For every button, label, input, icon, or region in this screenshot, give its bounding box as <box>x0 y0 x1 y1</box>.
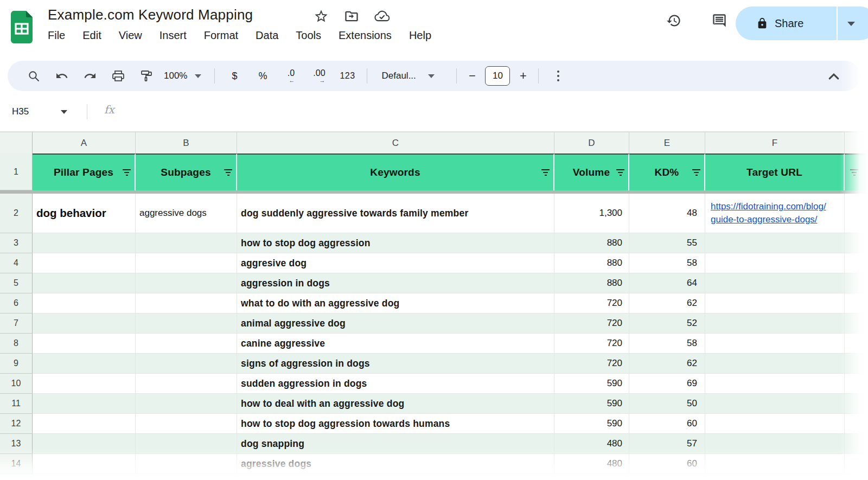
menu-tools[interactable]: Tools <box>296 29 321 42</box>
row-header-2[interactable]: 2 <box>0 194 33 233</box>
filter-icon[interactable] <box>850 169 858 176</box>
cell-target-url-f4[interactable] <box>705 253 845 273</box>
sheets-logo-icon[interactable] <box>9 11 35 43</box>
cell-volume-d2[interactable]: 1,300 <box>554 194 629 233</box>
cell-kd-e9[interactable]: 62 <box>629 354 705 374</box>
cell-subpage-b3[interactable] <box>136 233 237 253</box>
cell-subpage-b4[interactable] <box>136 253 237 273</box>
cell-kd-e8[interactable]: 58 <box>629 334 705 354</box>
cell-kd-e13[interactable]: 57 <box>629 434 705 454</box>
filter-icon[interactable] <box>616 169 624 176</box>
cell-keyword-c12[interactable]: how to stop dog aggression towards human… <box>237 414 554 434</box>
column-header-e[interactable]: E <box>629 132 705 153</box>
increase-decimal-button[interactable]: .00→ <box>305 65 333 87</box>
cell-pillar-a9[interactable] <box>33 354 136 374</box>
cell-subpage-b6[interactable] <box>136 293 237 313</box>
more-formats-button[interactable]: 123 <box>333 65 361 87</box>
filter-icon[interactable] <box>541 169 550 176</box>
cell-subpage-b12[interactable] <box>136 414 237 434</box>
row-header-9[interactable]: 9 <box>0 354 33 374</box>
cell-target-url-f2[interactable]: https://fidotraining.com/blog/guide-to-a… <box>705 194 845 233</box>
cell-target-url-f14[interactable] <box>705 454 845 474</box>
cell-kd-e5[interactable]: 64 <box>629 273 705 293</box>
name-box[interactable]: H35 <box>8 102 72 121</box>
cell-volume-d3[interactable]: 880 <box>554 233 629 253</box>
column-header-c[interactable]: C <box>237 132 554 153</box>
row-header-3[interactable]: 3 <box>0 233 33 253</box>
formula-input[interactable] <box>127 101 857 123</box>
cell-kd-e11[interactable]: 50 <box>629 394 705 414</box>
font-size-input[interactable]: 10 <box>485 66 510 86</box>
cell-keyword-c14[interactable]: agressive dogs <box>237 454 554 474</box>
cell-volume-d4[interactable]: 880 <box>554 253 629 273</box>
cell-target-url-f8[interactable] <box>705 334 845 354</box>
cell-volume-d10[interactable]: 590 <box>554 374 629 394</box>
cell-subpage-b10[interactable] <box>136 374 237 394</box>
cell-keyword-c3[interactable]: how to stop dog aggression <box>237 233 554 253</box>
cell-volume-d6[interactable]: 720 <box>554 293 629 313</box>
cell-volume-d9[interactable]: 720 <box>554 354 629 374</box>
document-title[interactable]: Example.com Keyword Mapping <box>48 7 253 23</box>
cell-kd-e4[interactable]: 58 <box>629 253 705 273</box>
cell-target-url-f9[interactable] <box>705 354 845 374</box>
cell-target-url-f7[interactable] <box>705 313 845 334</box>
cloud-saved-icon[interactable] <box>374 9 390 24</box>
menu-file[interactable]: File <box>48 29 65 42</box>
cell-subpage-b8[interactable] <box>136 334 237 354</box>
paint-format-icon[interactable] <box>132 65 161 87</box>
cell-keyword-c4[interactable]: aggresive dog <box>237 253 554 273</box>
column-header-b[interactable]: B <box>136 132 237 153</box>
decrease-font-size-button[interactable]: − <box>462 69 482 83</box>
cell-kd-e12[interactable]: 60 <box>629 414 705 434</box>
hide-menus-icon[interactable] <box>827 69 841 86</box>
row-header-11[interactable]: 11 <box>0 394 33 414</box>
decrease-decimal-button[interactable]: .0← <box>277 65 305 87</box>
row-header-5[interactable]: 5 <box>0 273 33 293</box>
header-cell-subpages[interactable]: Subpages <box>136 153 237 190</box>
cell-kd-e6[interactable]: 62 <box>629 293 705 313</box>
menu-help[interactable]: Help <box>409 29 431 42</box>
row-header-10[interactable]: 10 <box>0 374 33 394</box>
cell-target-url-f13[interactable] <box>705 434 845 454</box>
cell-pillar-a12[interactable] <box>33 414 136 434</box>
cell-subpage-b13[interactable] <box>136 434 237 454</box>
row-header-14[interactable]: 14 <box>0 454 33 474</box>
header-cell-volume[interactable]: Volume <box>554 153 629 190</box>
cell-target-url-f6[interactable] <box>705 293 845 313</box>
row-header-4[interactable]: 4 <box>0 253 33 273</box>
menu-edit[interactable]: Edit <box>82 29 101 42</box>
cell-keyword-c7[interactable]: animal aggressive dog <box>237 313 554 334</box>
row-header-6[interactable]: 6 <box>0 293 33 313</box>
header-cell-keywords[interactable]: Keywords <box>237 153 554 190</box>
cell-volume-d5[interactable]: 880 <box>554 273 629 293</box>
cell-subpage-b14[interactable] <box>136 454 237 474</box>
comments-icon[interactable] <box>712 13 727 28</box>
cell-kd-e14[interactable]: 60 <box>629 454 705 474</box>
move-to-folder-icon[interactable] <box>344 9 359 24</box>
cell-pillar-a7[interactable] <box>33 313 136 334</box>
cell-volume-d14[interactable]: 480 <box>554 454 629 474</box>
column-header-d[interactable]: D <box>554 132 629 153</box>
row-header-7[interactable]: 7 <box>0 313 33 334</box>
cell-pillar-a10[interactable] <box>33 374 136 394</box>
target-url-link-line1[interactable]: https://fidotraining.com/blog/ <box>711 200 826 213</box>
header-cell-pillar-pages[interactable]: Pillar Pages <box>33 153 136 190</box>
cell-kd-e3[interactable]: 55 <box>629 233 705 253</box>
cell-keyword-c13[interactable]: dog snapping <box>237 434 554 454</box>
cell-volume-d8[interactable]: 720 <box>554 334 629 354</box>
cell-pillar-a4[interactable] <box>33 253 136 273</box>
cell-target-url-f12[interactable] <box>705 414 845 434</box>
cell-keyword-c8[interactable]: canine aggressive <box>237 334 554 354</box>
cell-subpage-b5[interactable] <box>136 273 237 293</box>
star-icon[interactable] <box>314 9 329 24</box>
row-header-8[interactable]: 8 <box>0 334 33 354</box>
menu-data[interactable]: Data <box>256 29 278 42</box>
row-header-12[interactable]: 12 <box>0 414 33 434</box>
cell-pillar-a6[interactable] <box>33 293 136 313</box>
filter-icon[interactable] <box>224 169 232 176</box>
menu-extensions[interactable]: Extensions <box>339 29 392 42</box>
cell-target-url-f5[interactable] <box>705 273 845 293</box>
row-header-1[interactable]: 1 <box>0 153 33 190</box>
zoom-select[interactable]: 100% <box>164 71 201 81</box>
print-icon[interactable] <box>104 65 132 87</box>
